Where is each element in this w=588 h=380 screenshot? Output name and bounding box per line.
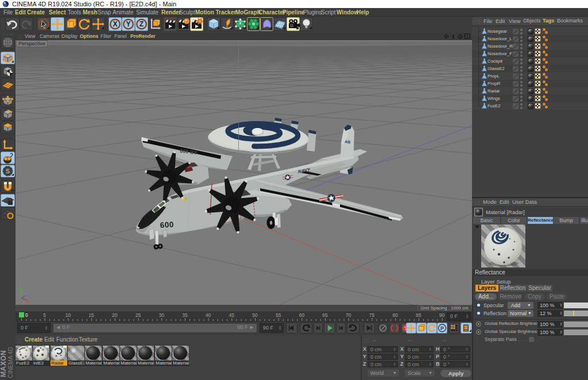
svg-text:0: 0	[25, 312, 28, 318]
svg-text:45: 45	[229, 312, 235, 318]
svg-text:25: 25	[136, 312, 141, 318]
svg-text:40: 40	[206, 312, 211, 318]
svg-text:60: 60	[299, 312, 305, 318]
svg-text:P: P	[440, 325, 444, 331]
svg-text:10: 10	[65, 312, 71, 318]
svg-text:35: 35	[182, 312, 188, 318]
svg-text:85: 85	[416, 312, 421, 318]
svg-text:55: 55	[276, 312, 281, 318]
svg-text:65: 65	[322, 312, 328, 318]
svg-text:600: 600	[160, 220, 174, 230]
svg-text:Z: Z	[140, 20, 144, 28]
svg-text:5: 5	[43, 312, 46, 318]
svg-text:75: 75	[369, 312, 375, 318]
svg-text:50: 50	[252, 312, 258, 318]
svg-text:Y: Y	[18, 286, 21, 290]
svg-text:X: X	[27, 300, 30, 304]
svg-text:80: 80	[392, 312, 398, 318]
svg-text:AB: AB	[345, 139, 351, 144]
svg-text:30: 30	[158, 312, 164, 318]
svg-text:15: 15	[88, 312, 94, 318]
svg-text:90: 90	[439, 312, 445, 318]
svg-text:20: 20	[112, 312, 118, 318]
svg-text:S: S	[6, 168, 10, 175]
svg-text:70: 70	[346, 312, 351, 318]
svg-text:Z: Z	[26, 293, 29, 297]
svg-text:X: X	[113, 20, 117, 28]
svg-text:Y: Y	[126, 20, 130, 28]
